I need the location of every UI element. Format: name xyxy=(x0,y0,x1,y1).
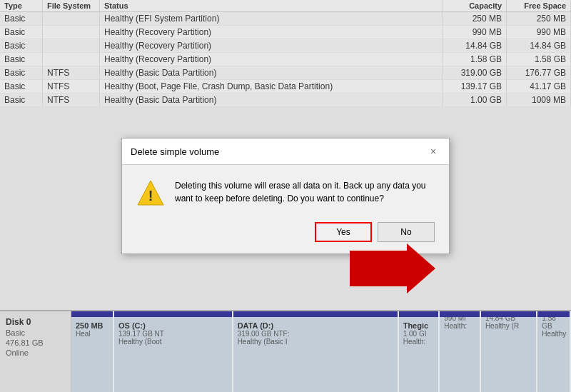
close-button[interactable]: × xyxy=(426,144,440,159)
warning-icon: ! xyxy=(136,179,165,208)
no-button[interactable]: No xyxy=(378,222,435,242)
dialog-buttons: Yes No xyxy=(122,215,449,253)
dialog-title: Delete simple volume xyxy=(131,146,219,157)
dialog-message: Deleting this volume will erase all data… xyxy=(175,179,435,205)
delete-volume-dialog: Delete simple volume × ! Deleting this v… xyxy=(121,138,450,254)
dialog-body: ! Deleting this volume will erase all da… xyxy=(122,165,449,215)
yes-button[interactable]: Yes xyxy=(315,222,372,242)
dialog-overlay: Delete simple volume × ! Deleting this v… xyxy=(0,0,571,392)
svg-text:!: ! xyxy=(148,188,153,203)
dialog-titlebar: Delete simple volume × xyxy=(122,139,449,165)
